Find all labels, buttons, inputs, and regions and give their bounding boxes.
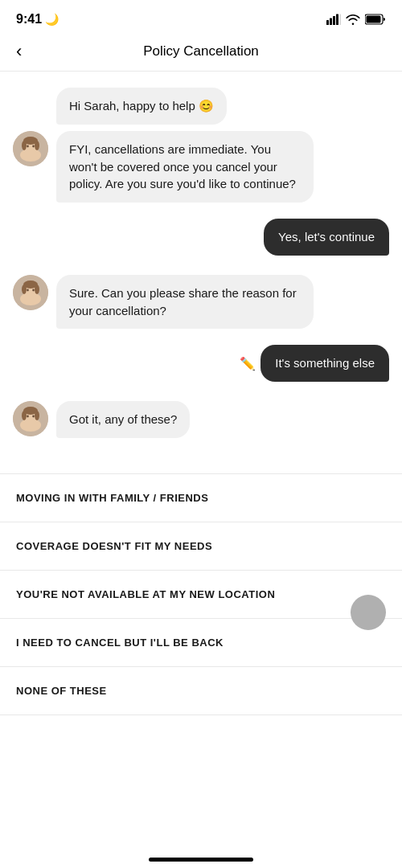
user-bubble-1: Yes, let's continue: [264, 219, 389, 256]
svg-point-21: [35, 285, 39, 294]
svg-point-9: [20, 149, 41, 162]
svg-rect-6: [367, 16, 381, 23]
bot-bubble-1: Hi Sarah, happy to help 😊: [56, 88, 227, 125]
svg-point-18: [20, 293, 41, 305]
svg-point-26: [20, 419, 41, 432]
wifi-icon: [346, 14, 360, 25]
status-time: 9:41: [16, 12, 42, 27]
svg-point-14: [27, 145, 28, 147]
bot-bubble-4: Got it, any of these?: [56, 401, 190, 438]
page-title: Policy Cancellation: [143, 43, 259, 59]
svg-point-12: [22, 141, 27, 150]
battery-icon: [365, 14, 386, 25]
status-bar: 9:41 🌙: [0, 0, 402, 35]
bot-bubble-3: Sure. Can you please share the reason fo…: [56, 275, 314, 330]
svg-rect-1: [330, 18, 332, 26]
option-4[interactable]: I NEED TO CANCEL BUT I'LL BE BACK: [0, 619, 402, 667]
svg-point-28: [22, 411, 27, 420]
chat-area: Hi Sarah, happy to help 😊 FYI, cancellat…: [0, 72, 402, 467]
edit-icon[interactable]: ✏️: [240, 356, 256, 371]
option-3[interactable]: YOU'RE NOT AVAILABLE AT MY NEW LOCATION: [0, 571, 402, 619]
svg-point-20: [22, 285, 27, 294]
avatar-placeholder-1: [13, 88, 48, 123]
agent-avatar-1: [13, 131, 48, 166]
svg-point-15: [32, 145, 34, 147]
svg-point-22: [27, 289, 28, 291]
options-list: MOVING IN WITH FAMILY / FRIENDS COVERAGE…: [0, 473, 402, 715]
svg-rect-2: [333, 16, 335, 25]
bot-message-4: Got it, any of these?: [13, 401, 389, 438]
agent-avatar-2: [13, 275, 48, 310]
status-icons: [326, 14, 386, 25]
moon-icon: 🌙: [45, 13, 59, 26]
signal-icon: [326, 14, 341, 25]
user-message-2: ✏️ It's something else: [13, 345, 389, 382]
svg-rect-0: [326, 20, 329, 25]
svg-point-31: [32, 416, 34, 418]
back-button[interactable]: ‹: [16, 43, 22, 60]
home-indicator: [149, 858, 253, 862]
bot-message-1: Hi Sarah, happy to help 😊: [13, 88, 389, 125]
bot-message-2: FYI, cancellations are immediate. You wo…: [13, 131, 389, 203]
option-5[interactable]: NONE OF THESE: [0, 667, 402, 715]
svg-point-29: [35, 411, 39, 420]
agent-avatar-3: [13, 401, 48, 436]
bot-bubble-2: FYI, cancellations are immediate. You wo…: [56, 131, 314, 203]
scroll-indicator[interactable]: [351, 595, 386, 630]
svg-rect-3: [336, 14, 338, 26]
header: ‹ Policy Cancellation: [0, 35, 402, 72]
option-2[interactable]: COVERAGE DOESN'T FIT MY NEEDS: [0, 522, 402, 571]
user-message-1: Yes, let's continue: [13, 219, 389, 256]
option-1[interactable]: MOVING IN WITH FAMILY / FRIENDS: [0, 473, 402, 522]
bot-message-3: Sure. Can you please share the reason fo…: [13, 275, 389, 330]
svg-point-30: [27, 416, 28, 418]
user-bubble-2: It's something else: [260, 345, 389, 382]
user-bubble-wrap: ✏️ It's something else: [240, 345, 389, 382]
svg-point-23: [32, 289, 34, 291]
svg-point-13: [35, 141, 39, 150]
svg-rect-4: [339, 14, 341, 26]
